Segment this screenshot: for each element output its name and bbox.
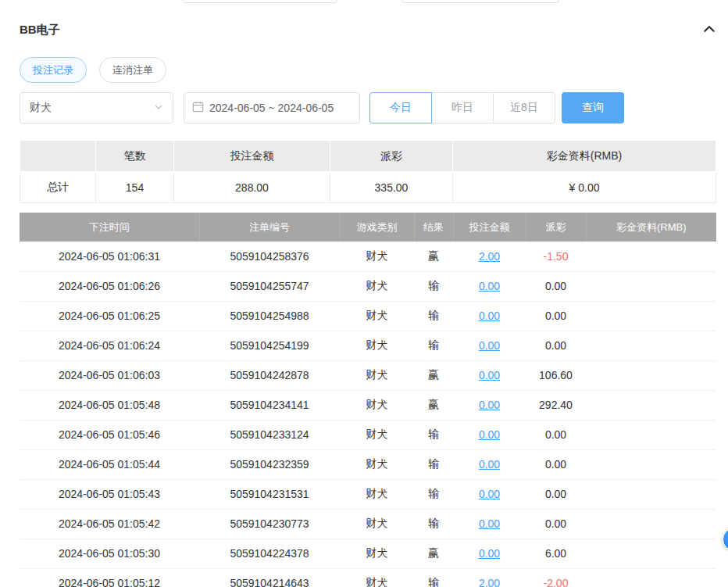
result-cell: 输 [414,420,453,449]
bet-amount-cell: 0.00 [453,390,526,420]
column-header: 下注时间 [20,213,199,242]
order-number-cell: 5059104233124 [199,420,340,449]
bet-amount-link[interactable]: 2.00 [479,250,500,263]
bet-amount-link[interactable]: 0.00 [479,339,500,352]
summary-table: 笔数投注金额派彩彩金资料(RMB) 总计154288.00335.00¥ 0.0… [20,140,716,203]
bet-table-header-row: 下注时间注单编号游戏类别结果投注金额派彩彩金资料(RMB) [20,213,716,242]
payout-cell: 0.00 [526,449,586,479]
page-title: BB电子 [20,23,60,38]
result-cell: 输 [414,509,453,539]
order-number-cell: 5059104254988 [199,301,340,331]
chevron-up-icon [702,22,716,38]
date-range-input[interactable]: 2024-06-05 ~ 2024-06-05 [184,92,360,123]
bet-table-body: 2024-06-05 01:06:315059104258376财犬赢2.00-… [20,242,716,587]
summary-header-cell: 投注金额 [174,141,330,172]
game-type-cell: 财犬 [340,242,414,271]
summary-value-cell: ¥ 0.00 [453,172,716,203]
summary-total-label: 总计 [20,172,96,203]
bet-amount-link[interactable]: 2.00 [479,577,500,587]
bet-time-cell: 2024-06-05 01:05:44 [20,449,199,479]
payout-cell: 0.00 [526,479,586,509]
game-type-cell: 财犬 [340,360,414,390]
bet-amount-link[interactable]: 0.00 [479,488,500,500]
result-cell: 赢 [414,390,453,420]
order-number-cell: 5059104231531 [199,479,340,509]
collapse-button[interactable] [702,22,716,38]
bet-amount-link[interactable]: 0.00 [479,399,500,411]
result-cell: 输 [414,568,453,587]
table-row: 2024-06-05 01:05:125059104214643财犬输2.00-… [20,568,716,587]
top-clipped-input-right[interactable] [401,0,559,3]
bet-time-cell: 2024-06-05 01:05:42 [20,509,199,539]
yesterday-button[interactable]: 昨日 [431,92,494,123]
bonus-cell [586,331,716,360]
bet-amount-cell: 0.00 [453,509,526,539]
tab-cancelled-orders[interactable]: 连消注单 [99,57,166,83]
payout-cell: 106.60 [526,360,586,390]
table-row: 2024-06-05 01:06:265059104255747财犬输0.000… [20,271,716,301]
last-8-days-button[interactable]: 近8日 [493,92,555,123]
bonus-cell [586,360,716,390]
bet-amount-link[interactable]: 0.00 [479,369,500,381]
bonus-cell [586,479,716,509]
payout-cell: 6.00 [526,539,586,568]
bet-amount-cell: 0.00 [453,479,526,509]
chevron-down-icon [154,102,163,114]
bet-amount-cell: 0.00 [453,420,526,449]
bonus-cell [586,568,716,587]
result-cell: 输 [414,301,453,331]
payout-cell: 0.00 [526,420,586,449]
game-type-cell: 财犬 [340,509,414,539]
summary-value-cell: 154 [96,172,174,203]
bet-amount-link[interactable]: 0.00 [479,428,500,441]
result-cell: 赢 [414,242,453,271]
summary-value-cell: 288.00 [174,172,330,203]
bet-amount-link[interactable]: 0.00 [479,280,500,292]
record-tabs: 投注记录 连消注单 [20,57,716,83]
table-row: 2024-06-05 01:05:445059104232359财犬输0.000… [20,449,716,479]
bonus-cell [586,420,716,449]
payout-cell: -1.50 [526,242,586,271]
column-header: 彩金资料(RMB) [586,213,716,242]
payout-cell: 0.00 [526,331,586,360]
bet-time-cell: 2024-06-05 01:06:25 [20,301,199,331]
query-button[interactable]: 查询 [562,92,624,123]
bonus-cell [586,509,716,539]
game-type-cell: 财犬 [340,331,414,360]
summary-header-row: 笔数投注金额派彩彩金资料(RMB) [20,141,716,172]
column-header: 投注金额 [453,213,526,242]
date-range-value: 2024-06-05 ~ 2024-06-05 [209,102,334,114]
column-header: 游戏类别 [340,213,414,242]
top-clipped-input-left[interactable] [182,0,337,3]
bet-amount-cell: 2.00 [453,242,526,271]
game-type-cell: 财犬 [340,271,414,301]
table-row: 2024-06-05 01:05:305059104224378财犬赢0.006… [20,539,716,568]
payout-cell: 0.00 [526,271,586,301]
result-cell: 赢 [414,360,453,390]
game-select-value: 财犬 [30,101,52,115]
result-cell: 赢 [414,539,453,568]
calendar-icon [192,101,204,115]
game-type-cell: 财犬 [340,539,414,568]
bet-records-table: 下注时间注单编号游戏类别结果投注金额派彩彩金资料(RMB) 2024-06-05… [20,213,716,587]
bonus-cell [586,271,716,301]
bet-amount-link[interactable]: 0.00 [479,310,500,322]
bet-amount-link[interactable]: 0.00 [479,547,500,560]
order-number-cell: 5059104232359 [199,449,340,479]
bet-amount-link[interactable]: 0.00 [479,517,500,530]
bet-time-cell: 2024-06-05 01:05:46 [20,420,199,449]
result-cell: 输 [414,271,453,301]
game-select[interactable]: 财犬 [20,92,173,123]
game-type-cell: 财犬 [340,301,414,331]
order-number-cell: 5059104255747 [199,271,340,301]
game-type-cell: 财犬 [340,479,414,509]
summary-header-cell: 派彩 [330,141,453,172]
bet-time-cell: 2024-06-05 01:06:26 [20,271,199,301]
today-button[interactable]: 今日 [369,92,432,123]
bet-amount-link[interactable]: 0.00 [479,458,500,471]
tab-bet-records[interactable]: 投注记录 [20,57,87,83]
game-type-cell: 财犬 [340,449,414,479]
bet-time-cell: 2024-06-05 01:05:12 [20,568,199,587]
result-cell: 输 [414,479,453,509]
bet-amount-cell: 0.00 [453,360,526,390]
